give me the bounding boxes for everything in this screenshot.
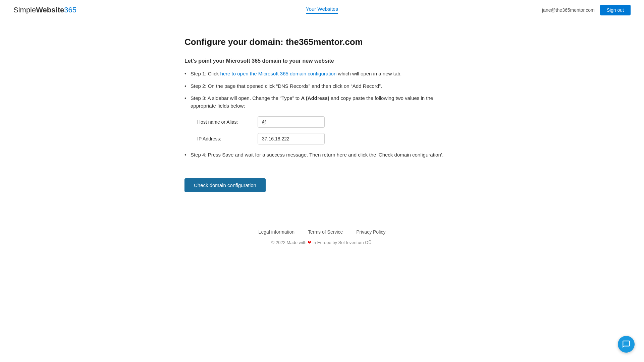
step3-text-plain: Step 3: A sidebar will open. Change the … <box>191 95 301 101</box>
field-row-ip: IP Address: <box>197 133 460 144</box>
hostname-label: Host name or Alias: <box>197 119 258 126</box>
step-1: Step 1: Click here to open the Microsoft… <box>184 70 460 78</box>
field-row-hostname: Host name or Alias: <box>197 116 460 128</box>
page-title: Configure your domain: the365mentor.com <box>184 37 460 47</box>
step3-text-bold: A (Address) <box>301 95 329 101</box>
dns-fields: Host name or Alias: IP Address: <box>191 116 460 144</box>
footer-copy-suffix: in Europe by Sol Inventum OÜ. <box>313 240 373 245</box>
logo[interactable]: SimpleWebsite365 <box>13 6 76 14</box>
main-nav: Your Websites <box>306 6 338 14</box>
ip-input[interactable] <box>258 133 325 144</box>
footer: Legal information Terms of Service Priva… <box>0 219 644 252</box>
logo-bold: Website <box>36 6 64 14</box>
heart-icon: ❤ <box>308 240 313 245</box>
check-domain-button[interactable]: Check domain configuration <box>184 178 266 192</box>
footer-tos-link[interactable]: Terms of Service <box>308 229 343 235</box>
step1-prefix: Step 1: Click <box>191 71 220 76</box>
hostname-input[interactable] <box>258 116 325 128</box>
step-4: Step 4: Press Save and wait for a succes… <box>184 151 460 159</box>
footer-copyright: © 2022 Made with ❤ in Europe by Sol Inve… <box>0 240 644 245</box>
footer-links: Legal information Terms of Service Priva… <box>0 229 644 235</box>
step1-suffix: which will open in a new tab. <box>336 71 401 76</box>
page-subtitle: Let’s point your Microsoft 365 domain to… <box>184 58 460 64</box>
nav-item-your-websites[interactable]: Your Websites <box>306 6 338 14</box>
step-2: Step 2: On the page that opened click “D… <box>184 82 460 90</box>
ms365-domain-link[interactable]: here to open the Microsoft 365 domain co… <box>220 71 336 76</box>
logo-accent: 365 <box>64 6 76 14</box>
ip-label: IP Address: <box>197 135 258 142</box>
logo-plain: Simple <box>13 6 36 14</box>
user-email: jane@the365mentor.com <box>542 7 595 13</box>
header-right: jane@the365mentor.com Sign out <box>542 5 631 15</box>
sign-out-button[interactable]: Sign out <box>600 5 631 15</box>
step2-text: Step 2: On the page that opened click “D… <box>191 83 382 89</box>
footer-copy-text: © 2022 Made with <box>271 240 307 245</box>
step-3: Step 3: A sidebar will open. Change the … <box>184 95 460 144</box>
step4-text-plain: Step 4: Press Save and wait for a succes… <box>191 152 309 158</box>
footer-privacy-link[interactable]: Privacy Policy <box>356 229 385 235</box>
main-content: Configure your domain: the365mentor.com … <box>171 20 473 219</box>
footer-legal-link[interactable]: Legal information <box>259 229 294 235</box>
header: SimpleWebsite365 Your Websites jane@the3… <box>0 0 644 20</box>
steps-list: Step 1: Click here to open the Microsoft… <box>184 70 460 159</box>
step4-text-highlight: Then return here and click the ‘Check do… <box>309 152 443 158</box>
